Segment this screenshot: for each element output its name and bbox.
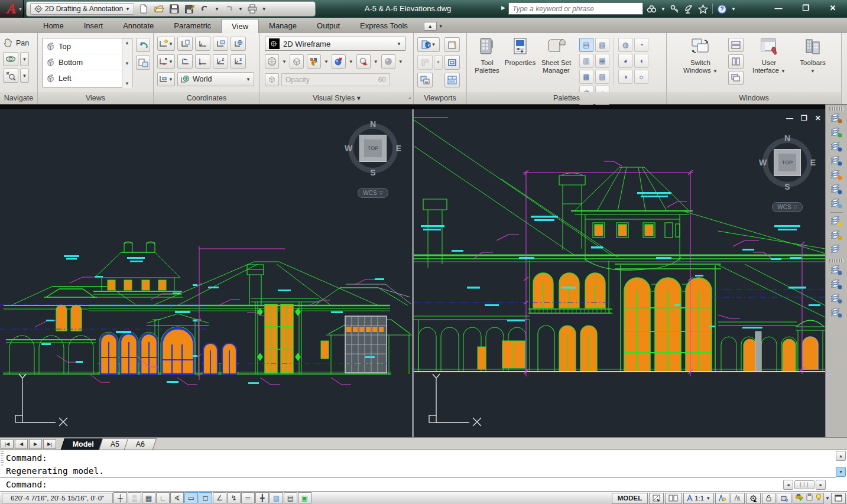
previous-tab-button[interactable]: ◀ (15, 439, 28, 449)
qat-customize-dropdown[interactable]: ▼ (262, 6, 267, 12)
undo-button[interactable] (199, 3, 211, 15)
view-manager-button[interactable] (136, 56, 150, 70)
viewcube-face[interactable]: TOP (774, 149, 801, 176)
change-to-current-layer-icon[interactable] (828, 140, 845, 154)
ucs-previous-button[interactable] (177, 54, 193, 69)
communication-center-icon[interactable] (684, 4, 694, 14)
next-tab-button[interactable]: ▶ (29, 439, 42, 449)
tab-insert[interactable]: Insert (74, 19, 113, 33)
ucs-combo[interactable]: World ▼ (177, 72, 254, 86)
palette-designcenter[interactable]: ▩ (579, 70, 593, 84)
palette-dbconnect[interactable]: ▨ (595, 70, 609, 84)
coordinate-readout[interactable]: 620'-4 7/16", 20'-5 15/16", 0'-0" (2, 493, 113, 503)
viewcube-north[interactable]: N (370, 119, 376, 129)
layer-off-icon[interactable] (828, 214, 845, 228)
tab-output[interactable]: Output (307, 19, 350, 33)
favorites-star-icon[interactable] (698, 4, 708, 14)
panel-label-navigate[interactable]: Navigate (0, 92, 37, 104)
help-icon[interactable]: ? (717, 4, 727, 14)
ucs-world-axes-button[interactable] (195, 37, 210, 51)
hidden-style-button[interactable] (290, 54, 304, 69)
workspace-switching-button[interactable] (746, 493, 761, 504)
drawing-restore-button[interactable]: ❐ (801, 114, 807, 122)
infocenter-expand-icon[interactable]: ▶ (501, 5, 505, 11)
ucs-icon-properties-button[interactable] (177, 37, 193, 51)
toggle-object-snap[interactable]: ▭ (184, 492, 198, 503)
tile-horizontally-button[interactable] (728, 38, 744, 52)
application-menu-button[interactable]: A ▼ (0, 0, 24, 18)
switch-windows-button[interactable]: SwitchWindows ▼ (679, 37, 722, 75)
orbit-button[interactable] (3, 52, 18, 66)
auto-scale-button[interactable] (731, 493, 745, 504)
command-window-grip[interactable] (1, 451, 4, 467)
shaded-dropdown[interactable]: ▼ (324, 59, 329, 64)
user-interface-button[interactable]: UserInterface ▼ (749, 37, 788, 75)
tab-view[interactable]: View (221, 19, 259, 33)
palette-sunstudy[interactable]: ☼ (634, 70, 648, 84)
drawing-minimize-button[interactable]: — (786, 114, 793, 122)
opacity-icon-button[interactable] (265, 73, 279, 86)
undo-dropdown[interactable]: ▼ (215, 6, 219, 12)
command-vertical-scrollbar[interactable]: ▲ ▼ (836, 451, 846, 477)
scroll-down-icon[interactable]: ▼ (836, 467, 846, 477)
viewcube-top-label[interactable]: TOP (364, 139, 382, 157)
palette-materials-edit[interactable]: ◕ (618, 54, 632, 68)
viewcube-north[interactable]: N (784, 134, 790, 143)
viewcube-south[interactable]: S (370, 168, 375, 177)
dialog-launcher-icon[interactable]: ⌟ (408, 90, 411, 102)
palette-web[interactable]: ◍ (618, 38, 632, 52)
toggle-infer-constraints[interactable]: ┼ (113, 492, 127, 503)
orbit-dropdown[interactable]: ▼ (20, 52, 29, 66)
join-dropdown[interactable]: ▼ (434, 55, 443, 70)
ucs-settings-button[interactable] (213, 37, 228, 51)
toggle-transparency[interactable]: ▨ (270, 492, 283, 503)
toggle-crosshair[interactable]: ╋ (255, 492, 269, 503)
viewcube-west[interactable]: W (759, 158, 767, 167)
tab-annotate[interactable]: Annotate (113, 19, 164, 33)
ribbon-state-dropdown[interactable]: ▼ (439, 24, 443, 29)
tab-home[interactable]: Home (33, 19, 74, 33)
model-space-button[interactable]: MODEL (612, 493, 648, 504)
layer-states-icon[interactable] (828, 278, 845, 291)
view-item-top[interactable]: Top (43, 38, 132, 54)
viewport-clip-button[interactable] (444, 55, 460, 70)
last-tab-button[interactable]: ▶| (43, 439, 56, 449)
xray-dropdown[interactable]: ▼ (374, 59, 378, 64)
print-button[interactable] (246, 3, 258, 15)
tab-express-tools[interactable]: Express Tools (350, 19, 418, 33)
viewcube[interactable]: N S E W TOP (346, 121, 400, 175)
tab-parametric[interactable]: Parametric (164, 19, 221, 33)
shaded-style-button[interactable] (307, 54, 321, 69)
scrollbar-thumb[interactable]: ||| (794, 480, 814, 489)
drawing-close-button[interactable]: ✕ (815, 114, 821, 122)
view-item-bottom[interactable]: Bottom (43, 54, 132, 70)
panel-label-viewports[interactable]: Viewports (414, 92, 466, 104)
viewcube-south[interactable]: S (784, 182, 790, 191)
tile-vertically-button[interactable] (728, 54, 744, 69)
shadows-dropdown[interactable]: ▼ (349, 59, 353, 64)
tray-lightbulb-icon[interactable] (816, 493, 822, 503)
layer-unlock-icon[interactable] (828, 243, 845, 256)
wcs-menu[interactable]: WCS▽ (772, 202, 803, 212)
annotation-scale-button[interactable]: 1:1▼ (683, 493, 714, 504)
ucs-3point-button[interactable]: 3 (231, 54, 246, 69)
palette-teapot[interactable]: ◔ (634, 38, 648, 52)
palette-lamp[interactable]: ◖ (634, 54, 648, 68)
toggle-quick-properties[interactable]: ▤ (284, 492, 297, 503)
minimize-button[interactable]: — (767, 2, 790, 15)
palette-pie[interactable]: ◑ (618, 70, 632, 84)
toggle-snap-mode[interactable]: ░ (128, 492, 141, 503)
layer-states-manager-icon[interactable] (828, 306, 845, 320)
join-viewports-button[interactable] (417, 55, 433, 70)
panel-label-windows[interactable]: Windows (667, 92, 841, 104)
wcs-menu[interactable]: WCS▽ (358, 188, 388, 198)
toggle-grid-display[interactable]: ▦ (142, 492, 155, 503)
annotation-visibility-button[interactable] (715, 493, 729, 504)
tray-dropdown[interactable]: ▼ (825, 496, 830, 501)
toolbars-button[interactable]: Toolbars▼ (793, 37, 832, 75)
lock-ui-button[interactable] (762, 493, 775, 504)
clean-screen-button[interactable] (831, 493, 846, 504)
panel-label-palettes[interactable]: Palettes (467, 92, 666, 104)
new-viewport-button[interactable] (444, 37, 460, 52)
hardware-acceleration-button[interactable] (777, 493, 791, 504)
